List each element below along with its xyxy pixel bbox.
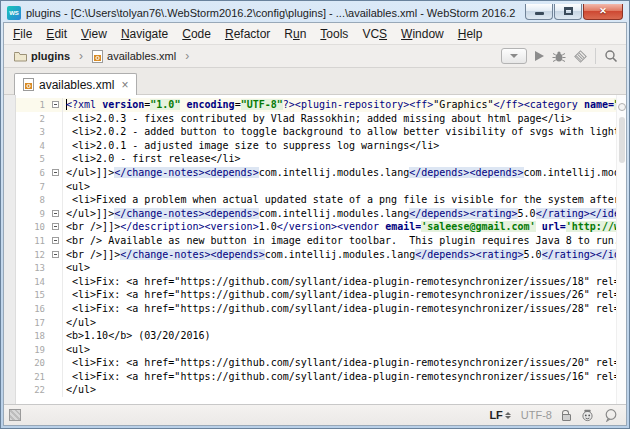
title-bar[interactable]: WS plugins - [C:\Users\tolyan76\.WebStor… [3,1,627,22]
code-text[interactable]: <li>Fix: <a href="https://github.com/syl… [63,302,616,316]
menu-file[interactable]: File [6,25,39,43]
gutter-fold-column [50,152,63,166]
code-text[interactable]: </ul> [63,316,616,330]
gutter-fold-column [50,193,63,207]
code-text[interactable]: <li>2.0 - first release</li> [63,152,616,166]
line-number: 5 [16,152,50,166]
line-number: 19 [16,343,50,357]
line-number: 20 [16,356,50,370]
line-number: 12 [16,248,50,262]
editor-lines[interactable]: 1<?xml version="1.0" encoding="UTF-8"?><… [16,95,616,404]
code-text[interactable]: <?xml version="1.0" encoding="UTF-8"?><p… [63,98,616,112]
gutter-fold-column [50,139,63,153]
tab-availables-xml[interactable]: availables.xml × [14,73,137,95]
code-text[interactable]: <br />]]></description><version>1.0</ver… [63,220,616,234]
code-line-3: 3 <li>2.0.2 - added button to toggle bac… [16,125,616,139]
encoding-widget[interactable]: UTF-8 [521,409,552,421]
run-toolbar [501,48,618,64]
hector-inspector-icon[interactable] [581,409,594,422]
code-text[interactable]: <li>2.0.3 - fixes contributed by Vlad Ra… [63,112,616,126]
gutter-fold-column [50,356,63,370]
maximize-icon [564,7,573,15]
gutter-fold-column [50,383,63,397]
toolwindow-stripe-left[interactable] [4,95,16,404]
menu-vcs[interactable]: VCS [355,25,394,43]
menu-help[interactable]: Help [451,25,490,43]
close-button[interactable]: ✕ [583,4,623,20]
menu-bar: FileEditViewNavigateCodeRefactorRunTools… [4,23,626,44]
minimize-button[interactable] [525,4,553,20]
fold-icon[interactable] [52,169,59,176]
code-text[interactable]: <li>Fix: <a href="https://github.com/syl… [63,288,616,302]
editor-pane[interactable]: 1<?xml version="1.0" encoding="UTF-8"?><… [4,95,626,404]
minimize-icon [535,12,544,15]
menu-edit[interactable]: Edit [39,25,74,43]
line-number: 4 [16,139,50,153]
gutter-fold-column [50,98,63,112]
line-separator-value: LF [489,409,502,421]
code-line-1: 1<?xml version="1.0" encoding="UTF-8"?><… [16,98,616,112]
breadcrumb-label: plugins [31,50,70,62]
code-text[interactable]: <li>Fix: <a href="https://github.com/syl… [63,370,616,384]
code-line-20: 20 <li>Fix: <a href="https://github.com/… [16,356,616,370]
gutter-fold-column [50,125,63,139]
debug-bug-icon[interactable] [552,50,566,63]
fold-icon[interactable] [52,101,59,108]
inspection-indicator-icon[interactable] [618,103,626,111]
menu-run[interactable]: Run [277,25,313,43]
code-text[interactable]: <b>1.10</b> (03/20/2016) [63,329,616,343]
breadcrumb-item-availables-xml[interactable]: availables.xml [92,50,176,63]
search-everywhere-icon[interactable] [604,49,618,63]
fold-icon[interactable] [52,251,59,258]
gutter-fold-column [50,288,63,302]
scrollbar-thumb[interactable] [619,117,625,163]
notification-icon[interactable] [604,408,618,422]
editor-scrollbar[interactable] [616,95,626,404]
toolwindow-toggle-icon[interactable] [9,409,21,421]
line-number: 9 [16,207,50,221]
maximize-button[interactable] [554,4,582,20]
code-text[interactable]: <li>2.0.1 - adjusted image size to suppr… [63,139,616,153]
menu-tools[interactable]: Tools [313,25,355,43]
folder-icon [14,51,27,62]
menu-code[interactable]: Code [175,25,218,43]
line-number: 8 [16,193,50,207]
gutter-fold-column [50,112,63,126]
line-separator-widget[interactable]: LF [489,409,510,421]
tab-close-icon[interactable]: × [121,80,128,90]
fold-icon[interactable] [52,237,59,244]
menu-navigate[interactable]: Navigate [114,25,175,43]
run-configuration-dropdown[interactable] [501,48,527,64]
code-text[interactable]: <br /> Available as new button in image … [63,234,616,248]
line-number: 6 [16,166,50,180]
code-text[interactable]: <ul> [63,261,616,275]
lock-icon[interactable] [562,414,571,421]
code-text[interactable]: <ul> [63,180,616,194]
menu-refactor[interactable]: Refactor [218,25,277,43]
code-text[interactable]: <li>Fix: <a href="https://github.com/syl… [63,356,616,370]
code-text[interactable]: <br />]]></change-notes><depends>com.int… [63,248,616,262]
code-text[interactable]: <li>Fixed a problem when actual updated … [63,193,616,207]
code-text[interactable]: <ul> [63,343,616,357]
code-text[interactable]: <li>2.0.2 - added button to toggle backg… [63,125,616,139]
coverage-icon[interactable] [574,50,587,63]
code-line-18: 18<b>1.10</b> (03/20/2016) [16,329,616,343]
menu-view[interactable]: View [74,25,114,43]
fold-icon[interactable] [52,210,59,217]
line-number: 15 [16,288,50,302]
code-line-4: 4 <li>2.0.1 - adjusted image size to sup… [16,139,616,153]
code-text[interactable]: </ul>]]></change-notes><depends>com.inte… [63,166,616,180]
code-text[interactable]: </ul>]]></change-notes><depends>com.inte… [63,207,616,221]
gutter-fold-column [50,234,63,248]
gutter-fold-column [50,220,63,234]
code-text[interactable]: </ul> [63,383,616,397]
breadcrumb-item-plugins[interactable]: plugins [14,50,70,62]
menu-window[interactable]: Window [394,25,451,43]
window-title: plugins - [C:\Users\tolyan76\.WebStorm20… [26,7,520,19]
code-text[interactable]: <li>Fix: <a href="https://github.com/syl… [63,275,616,289]
run-icon[interactable] [535,51,544,61]
chevron-right-icon: › [79,49,83,63]
fold-icon[interactable] [52,223,59,230]
xml-file-icon [92,50,103,63]
code-line-13: 13<ul> [16,261,616,275]
